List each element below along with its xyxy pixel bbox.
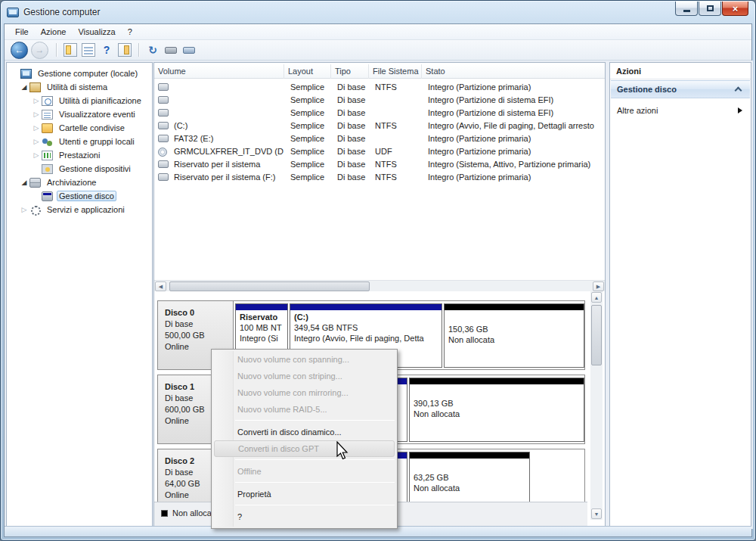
menu-item-help[interactable]: ? — [214, 508, 395, 525]
volume-row[interactable]: Semplice Di base Integro (Partizione di … — [154, 107, 605, 120]
menu-item-proprieta[interactable]: Proprietà — [214, 486, 395, 502]
cell-file-sistema: NTFS — [371, 120, 421, 132]
help-icon[interactable]: ? — [100, 43, 113, 57]
tree-item-utenti-e-gruppi-locali[interactable]: ▷ Utenti e gruppi locali — [7, 135, 152, 148]
tree-collapsed-icon[interactable]: ▷ — [31, 110, 42, 118]
tree-expanded-icon[interactable]: ◢ — [19, 179, 29, 186]
volume-row[interactable]: FAT32 (E:) Semplice Di base Integro (Par… — [154, 132, 605, 145]
more-actions-label: Altre azioni — [617, 106, 658, 115]
cell-tipo: Di base — [333, 81, 368, 94]
menu-item-converti-disco-dinamico[interactable]: Converti in disco dinamico... — [214, 424, 395, 440]
menu-item-nuovo-volume-striping[interactable]: Nuovo volume con striping... — [214, 368, 395, 384]
scroll-right-icon[interactable]: ▶ — [593, 281, 604, 291]
menu-item-nuovo-volume-spanning[interactable]: Nuovo volume con spanning... — [214, 351, 395, 368]
menu-item-offline[interactable]: Offline — [214, 463, 395, 480]
show-console-tree-icon[interactable] — [64, 43, 77, 57]
scroll-left-icon[interactable]: ◀ — [155, 281, 166, 291]
menu-separator — [235, 420, 395, 421]
menu-file[interactable]: File — [9, 26, 35, 38]
tree-item-utilita-di-sistema[interactable]: ◢ Utilità di sistema — [7, 80, 152, 94]
disk-properties-icon[interactable] — [164, 43, 178, 57]
export-list-icon[interactable] — [82, 43, 95, 57]
menu-item-converti-disco-gpt[interactable]: Converti in disco GPT — [214, 440, 395, 457]
refresh-icon[interactable]: ↻ — [146, 43, 160, 57]
collapse-chevron-icon[interactable] — [735, 87, 742, 95]
partition-info: 63,25 GB — [414, 472, 525, 483]
scroll-down-icon[interactable]: ▼ — [591, 508, 602, 519]
partition-status: Non allocata — [448, 334, 580, 345]
maximize-button[interactable] — [699, 2, 721, 16]
tree-item-visualizzatore-eventi[interactable]: ▷ Visualizzatore eventi — [7, 107, 152, 121]
volume-row[interactable]: (C:) Semplice Di base NTFS Integro (Avvi… — [154, 120, 605, 132]
legend-item: Non allocata — [161, 508, 218, 518]
column-header-layout[interactable]: Layout — [284, 64, 331, 79]
tree-item-gestione-dispositivi[interactable]: Gestione dispositivi — [7, 162, 152, 176]
horizontal-scrollbar[interactable]: ◀ ▶ — [154, 280, 605, 291]
cell-volume: Riservato per il sistema (F:) — [170, 171, 284, 184]
menu-separator — [235, 459, 395, 460]
cell-tipo: Di base — [333, 158, 368, 171]
cell-stato: Integro (Partizione primaria) — [424, 171, 605, 184]
scrollbar-thumb[interactable] — [169, 281, 370, 291]
cell-stato: Integro (Partizione di sistema EFI) — [424, 107, 605, 120]
vertical-scrollbar[interactable]: ▲ ▼ — [590, 291, 603, 520]
tree-item-utilita-di-pianificazione[interactable]: ▷ Utilità di pianificazione — [7, 94, 152, 107]
volume-row[interactable]: GRMCULXFRER_IT_DVD (D:) Semplice Di base… — [154, 145, 605, 158]
system-tools-icon — [29, 82, 41, 92]
tree-item-gestione-computer[interactable]: Gestione computer (locale) — [7, 67, 152, 80]
volume-row[interactable]: Semplice Di base Integro (Partizione di … — [154, 94, 605, 107]
tree-item-label: Gestione dispositivi — [57, 163, 133, 174]
tree-item-archiviazione[interactable]: ◢ Archiviazione — [7, 176, 152, 189]
column-header-volume[interactable]: Volume — [154, 64, 284, 79]
tree-item-gestione-disco[interactable]: Gestione disco — [7, 189, 152, 203]
cell-volume: FAT32 (E:) — [170, 132, 284, 145]
menu-help[interactable]: ? — [122, 26, 138, 38]
column-header-file-sistema[interactable]: File Sistema — [369, 64, 422, 79]
tree-expanded-icon[interactable]: ◢ — [19, 83, 29, 91]
tree-item-prestazioni[interactable]: ▷ Prestazioni — [7, 148, 152, 162]
tree-collapsed-icon[interactable]: ▷ — [31, 138, 42, 145]
partition-status: Non allocata — [414, 483, 525, 493]
tree-collapsed-icon[interactable]: ▷ — [31, 97, 42, 104]
cell-stato: Integro (Avvio, File di paging, Dettagli… — [424, 120, 605, 132]
scrollbar-thumb[interactable] — [591, 305, 602, 365]
tree-collapsed-icon[interactable]: ▷ — [31, 151, 42, 159]
volume-row[interactable]: Riservato per il sistema (F:) Semplice D… — [154, 171, 605, 184]
column-header-tipo[interactable]: Tipo — [331, 64, 369, 79]
partition-color-stripe — [410, 452, 529, 459]
disk-icon — [158, 109, 169, 117]
toolbar-separator — [138, 43, 139, 57]
unallocated-swatch-icon — [161, 510, 168, 517]
menu-item-nuovo-volume-mirroring[interactable]: Nuovo volume con mirroring... — [214, 384, 395, 401]
scroll-up-icon[interactable]: ▲ — [591, 292, 602, 303]
cell-layout: Semplice — [287, 120, 330, 132]
tree-item-servizi-e-applicazioni[interactable]: ▷ Servizi e applicazioni — [7, 203, 152, 216]
cell-stato: Integro (Partizione primaria) — [424, 145, 605, 158]
window-title: Gestione computer — [23, 7, 100, 17]
volume-row[interactable]: Semplice Di base NTFS Integro (Partizion… — [154, 81, 605, 94]
rescan-disks-icon[interactable] — [182, 43, 196, 57]
volume-row[interactable]: Riservato per il sistema Semplice Di bas… — [154, 158, 605, 171]
actions-section-gestione-disco[interactable]: Gestione disco — [611, 80, 750, 98]
minimize-button[interactable] — [675, 2, 698, 16]
tree-collapsed-icon[interactable]: ▷ — [19, 206, 29, 213]
tree-item-label: Prestazioni — [57, 150, 102, 160]
tree-item-cartelle-condivise[interactable]: ▷ Cartelle condivise — [7, 121, 152, 135]
shared-folders-icon — [42, 123, 53, 133]
unallocated-space[interactable]: 150,36 GB Non allocata — [444, 303, 584, 368]
partition-status: Non allocata — [414, 409, 580, 419]
column-header-stato[interactable]: Stato — [422, 64, 605, 79]
show-action-pane-icon[interactable] — [118, 43, 132, 57]
cell-file-sistema: NTFS — [371, 81, 421, 94]
forward-icon[interactable]: → — [31, 42, 48, 59]
menu-azione[interactable]: Azione — [35, 26, 73, 38]
tree-collapsed-icon[interactable]: ▷ — [31, 124, 42, 132]
titlebar[interactable]: Gestione computer × — [1, 1, 755, 23]
menu-item-nuovo-volume-raid5[interactable]: Nuovo volume RAID-5... — [214, 401, 395, 418]
unallocated-space[interactable]: 390,13 GB Non allocata — [409, 378, 584, 442]
menu-visualizza[interactable]: Visualizza — [72, 26, 121, 38]
tree-item-label: Visualizzatore eventi — [57, 109, 138, 120]
back-icon[interactable]: ← — [11, 42, 28, 59]
close-button[interactable]: × — [722, 2, 748, 16]
more-actions-item[interactable]: Altre azioni — [611, 102, 750, 119]
